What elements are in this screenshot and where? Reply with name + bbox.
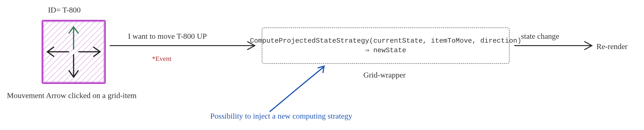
event-arrow-note: *Event xyxy=(152,55,172,62)
svg-rect-2 xyxy=(42,20,105,83)
injection-arrow xyxy=(270,66,324,112)
grid-item-id-label: ID= T-800 xyxy=(48,6,81,14)
rerender-label: Re-render xyxy=(596,42,628,51)
strategy-code-box: ComputeProjectedStateStrategy(currentSta… xyxy=(262,27,510,64)
grid-wrapper-caption: Grid-wrapper xyxy=(363,71,406,79)
strategy-code-text: ComputeProjectedStateStrategy(currentSta… xyxy=(250,36,521,55)
state-change-arrow xyxy=(514,41,592,50)
grid-item-caption: Mouvement Arrow clicked on a grid-item xyxy=(7,91,136,100)
svg-rect-3 xyxy=(42,20,105,83)
left-arrow-icon xyxy=(47,47,68,56)
diagram-canvas xyxy=(0,0,644,130)
down-arrow-icon xyxy=(69,55,78,77)
event-arrow-label: I want to move T-800 UP xyxy=(128,32,207,41)
event-arrow xyxy=(110,41,255,50)
right-arrow-icon xyxy=(79,47,100,56)
up-arrow-icon xyxy=(69,27,78,49)
injection-label: Possibility to inject a new computing st… xyxy=(210,112,352,121)
grid-item-box xyxy=(42,20,105,83)
svg-rect-4 xyxy=(44,22,104,82)
state-change-label: state change xyxy=(521,32,559,41)
